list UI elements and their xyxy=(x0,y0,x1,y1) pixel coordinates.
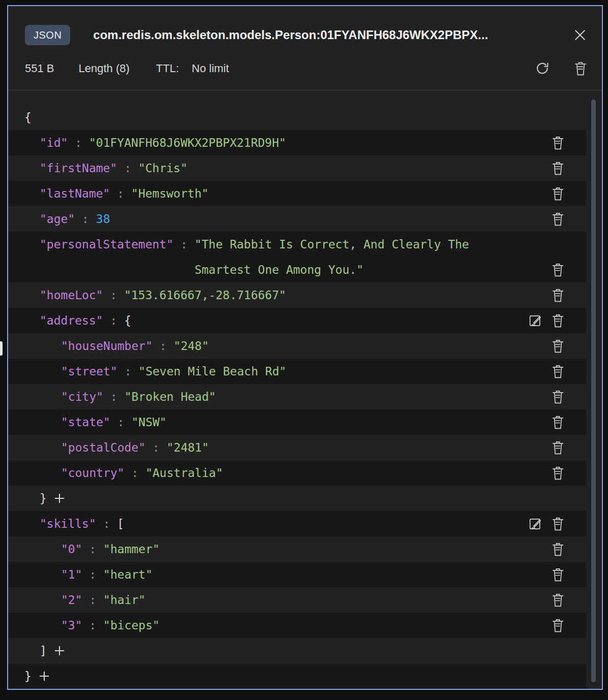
json-value[interactable]: "Broken Head" xyxy=(125,390,216,403)
remove-field-button[interactable] xyxy=(551,161,565,176)
json-value[interactable]: "Hemsworth" xyxy=(131,187,208,200)
json-key[interactable]: "homeLoc" xyxy=(40,289,103,302)
json-value[interactable]: "01FYANFH68J6WKX2PBPX21RD9H" xyxy=(89,136,286,149)
json-key[interactable]: "country" xyxy=(61,466,125,480)
remove-field-button[interactable] xyxy=(551,593,565,608)
json-key[interactable]: "1" xyxy=(61,568,82,581)
json-key[interactable]: "0" xyxy=(61,543,82,556)
json-value[interactable]: "NSW" xyxy=(131,416,166,429)
json-key[interactable]: "personalStatement" xyxy=(40,238,173,251)
json-value[interactable]: "hammer" xyxy=(103,543,160,556)
json-key[interactable]: "3" xyxy=(61,619,82,632)
remove-field-button[interactable] xyxy=(551,364,565,379)
row-actions xyxy=(551,542,565,557)
trash-icon xyxy=(551,313,565,328)
json-value[interactable]: "The Rabbit Is Correct, And Clearly The … xyxy=(195,232,504,282)
remove-field-button[interactable] xyxy=(551,618,565,633)
row-text: { xyxy=(24,105,565,130)
json-viewer: {"id" : "01FYANFH68J6WKX2PBPX21RD9H""fir… xyxy=(8,90,602,689)
edit-field-button[interactable] xyxy=(528,314,542,328)
json-key[interactable]: "houseNumber" xyxy=(61,339,153,353)
refresh-key-button[interactable] xyxy=(535,61,550,76)
key-actions xyxy=(535,61,588,76)
remove-field-button[interactable] xyxy=(551,212,565,227)
json-value[interactable]: "biceps" xyxy=(103,619,160,632)
row-text: "state" : "NSW" xyxy=(61,409,551,435)
json-colon: : xyxy=(153,339,174,353)
edit-icon xyxy=(528,517,542,531)
json-value[interactable]: { xyxy=(124,314,131,327)
json-row: "lastName" : "Hemsworth" xyxy=(8,181,586,206)
row-text: "houseNumber" : "248" xyxy=(61,333,551,359)
json-key[interactable]: "address" xyxy=(40,314,103,327)
json-row: "1" : "heart" xyxy=(8,562,586,587)
json-key[interactable]: "lastName" xyxy=(40,187,110,200)
json-row: "personalStatement" : "The Rabbit Is Cor… xyxy=(8,232,586,282)
json-key[interactable]: "city" xyxy=(61,390,103,403)
json-key[interactable]: "skills" xyxy=(40,517,96,530)
remove-field-button[interactable] xyxy=(551,517,565,531)
json-row: "city" : "Broken Head" xyxy=(8,384,586,409)
key-size: 551 B xyxy=(25,62,54,75)
remove-field-button[interactable] xyxy=(551,263,565,277)
remove-field-button[interactable] xyxy=(551,440,565,455)
json-bracket: } xyxy=(40,492,47,505)
json-value[interactable]: "Australia" xyxy=(145,466,223,480)
add-item-button[interactable] xyxy=(54,493,65,503)
remove-field-button[interactable] xyxy=(551,567,565,582)
row-actions xyxy=(551,212,565,227)
remove-field-button[interactable] xyxy=(551,313,565,328)
add-item-button[interactable] xyxy=(39,671,49,681)
json-value[interactable]: [ xyxy=(117,517,124,530)
row-actions xyxy=(551,618,565,633)
json-value[interactable]: "248" xyxy=(174,339,209,353)
row-text: "0" : "hammer" xyxy=(61,536,551,562)
row-text: "id" : "01FYANFH68J6WKX2PBPX21RD9H" xyxy=(40,130,551,155)
row-text: "3" : "biceps" xyxy=(61,613,551,638)
json-key[interactable]: "postalCode" xyxy=(61,441,145,454)
scrollbar-thumb[interactable] xyxy=(591,100,596,682)
json-row: "state" : "NSW" xyxy=(8,409,586,435)
json-key[interactable]: "firstName" xyxy=(40,162,117,175)
json-value[interactable]: 38 xyxy=(96,212,110,226)
trash-icon xyxy=(551,567,565,582)
remove-field-button[interactable] xyxy=(551,186,565,201)
remove-field-button[interactable] xyxy=(551,288,565,303)
json-colon: : xyxy=(82,543,104,556)
json-row: "country" : "Australia" xyxy=(8,460,586,486)
remove-field-button[interactable] xyxy=(551,339,565,354)
json-value[interactable]: "Chris" xyxy=(138,162,188,175)
json-bracket: ] xyxy=(40,644,47,657)
row-actions xyxy=(551,136,565,150)
ttl-value[interactable]: No limit xyxy=(192,62,229,75)
json-colon: : xyxy=(110,416,132,429)
json-key[interactable]: "age" xyxy=(40,212,75,226)
row-actions xyxy=(528,313,565,328)
json-key[interactable]: "id" xyxy=(40,136,68,149)
json-value[interactable]: "heart" xyxy=(103,568,153,581)
refresh-icon xyxy=(535,61,550,76)
json-key[interactable]: "2" xyxy=(61,593,82,607)
json-key[interactable]: "street" xyxy=(61,365,117,378)
remove-field-button[interactable] xyxy=(551,136,565,150)
json-row: { xyxy=(8,105,586,130)
trash-icon xyxy=(551,212,565,227)
remove-field-button[interactable] xyxy=(551,390,565,404)
json-value[interactable]: "hair" xyxy=(103,593,145,607)
trash-icon xyxy=(551,466,565,481)
remove-field-button[interactable] xyxy=(551,542,565,557)
trash-icon xyxy=(551,288,565,303)
close-button[interactable] xyxy=(572,27,588,43)
json-value[interactable]: "153.616667,-28.716667" xyxy=(124,289,286,302)
edit-field-button[interactable] xyxy=(528,517,542,531)
remove-field-button[interactable] xyxy=(551,415,565,430)
remove-field-button[interactable] xyxy=(551,466,565,481)
json-colon: : xyxy=(103,314,125,327)
json-value[interactable]: "Seven Mile Beach Rd" xyxy=(138,365,286,378)
json-value[interactable]: "2481" xyxy=(167,441,209,454)
json-key[interactable]: "state" xyxy=(61,416,110,429)
trash-icon xyxy=(551,364,565,379)
json-row: } xyxy=(8,663,586,689)
add-item-button[interactable] xyxy=(54,646,65,656)
delete-key-button[interactable] xyxy=(573,61,588,76)
